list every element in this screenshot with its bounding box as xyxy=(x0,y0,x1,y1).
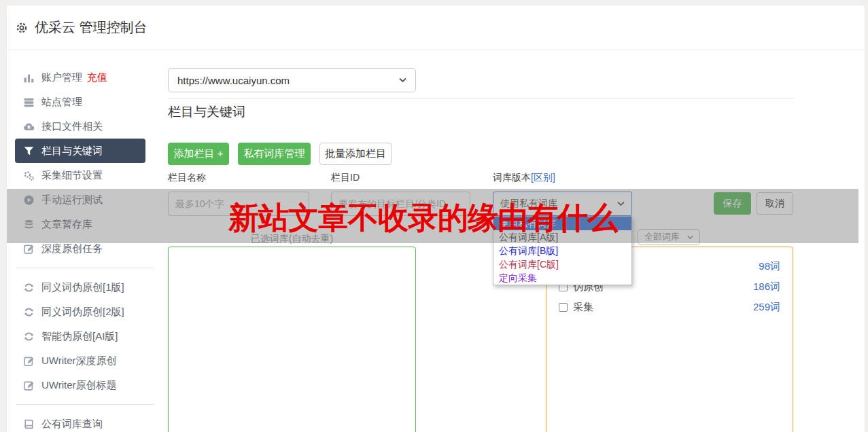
sidebar-item[interactable]: 同义词伪原创[2版] xyxy=(15,300,145,324)
app-title: 优采云 管理控制台 xyxy=(35,18,147,37)
lexicon-version-label-text: 词库版本 xyxy=(493,172,531,183)
edit-icon xyxy=(23,355,35,367)
chevron-down-icon xyxy=(687,235,693,240)
sidebar-item[interactable]: 公有词库查询 xyxy=(15,412,145,432)
lexicon-version-label: 词库版本[区别] xyxy=(493,172,555,184)
app-panel: 优采云 管理控制台 账户管理充值站点管理接口文件相关栏目与关键词采集细节设置手动… xyxy=(7,5,865,432)
sidebar-item-label: 同义词伪原创[2版] xyxy=(41,306,124,319)
lexicon-version-select[interactable]: 使用私有词库 xyxy=(493,192,632,216)
lexicon-checkbox[interactable] xyxy=(559,303,568,312)
lexicon-count: 259词 xyxy=(753,301,780,314)
edit-icon xyxy=(23,243,35,255)
lexicon-filter-value: 全部词库 xyxy=(644,231,680,243)
chevron-down-icon xyxy=(617,201,625,206)
lexicon-count: 186词 xyxy=(753,281,780,293)
sidebar-item[interactable]: UWriter深度原创 xyxy=(15,348,145,373)
sidebar-item[interactable]: 文章暂存库 xyxy=(15,212,145,236)
divider xyxy=(168,98,794,98)
sidebar-item-label: 手动运行测试 xyxy=(41,194,103,206)
sidebar-item[interactable]: 账户管理充值 xyxy=(15,65,145,90)
batch-add-column-button[interactable]: 批量添加栏目 xyxy=(319,143,392,165)
private-lexicon-button[interactable]: 私有词库管理 xyxy=(238,143,311,165)
lexicon-label: 采集 xyxy=(573,301,593,314)
sidebar-item[interactable]: 手动运行测试 xyxy=(15,187,145,212)
lexicon-filter-select[interactable]: 全部词库 xyxy=(638,229,700,245)
sidebar-item-label: 智能伪原创[AI版] xyxy=(41,330,118,343)
lexicon-version-value: 使用私有词库 xyxy=(500,198,557,210)
refresh-icon xyxy=(23,331,35,342)
sidebar-item[interactable]: 同义词伪原创[1版] xyxy=(15,275,145,300)
book-icon xyxy=(23,418,35,430)
page: 优采云 管理控制台 账户管理充值站点管理接口文件相关栏目与关键词采集细节设置手动… xyxy=(0,0,868,432)
gears-icon xyxy=(23,170,35,181)
column-name-input[interactable] xyxy=(168,192,309,216)
selected-lexicon-box[interactable] xyxy=(168,247,416,432)
dropdown-option[interactable]: 公有词库[A版] xyxy=(493,230,631,244)
edit-icon xyxy=(23,380,35,391)
lexicon-row-left[interactable]: 采集 xyxy=(559,301,593,314)
site-select[interactable]: https://www.ucaiyun.com xyxy=(168,68,416,92)
sidebar: 账户管理充值站点管理接口文件相关栏目与关键词采集细节设置手动运行测试文章暂存库深… xyxy=(7,50,168,432)
sidebar-item-label: 公有词库查询 xyxy=(41,418,103,431)
sidebar-item-label: 接口文件相关 xyxy=(41,120,103,133)
sidebar-divider xyxy=(16,268,154,268)
gear-icon xyxy=(15,21,29,35)
dropdown-option[interactable]: 公有词库[C版] xyxy=(493,257,631,271)
sidebar-item-label: 站点管理 xyxy=(41,96,82,109)
dropdown-option[interactable]: 公有词库[B版] xyxy=(493,244,631,257)
lexicon-row: 采集259词 xyxy=(546,297,793,317)
sidebar-item[interactable]: 深度原创任务 xyxy=(15,236,145,261)
app-header: 优采云 管理控制台 xyxy=(7,5,865,50)
sidebar-item[interactable]: 采集细节设置 xyxy=(15,163,145,187)
sidebar-item[interactable]: 智能伪原创[AI版] xyxy=(15,324,145,348)
chevron-down-icon xyxy=(399,77,406,83)
lexicon-version-dropdown: 使用私有词库公有词库[A版]公有词库[B版]公有词库[C版]定向采集 xyxy=(493,216,632,285)
database-icon xyxy=(23,219,35,230)
sidebar-item[interactable]: 接口文件相关 xyxy=(15,114,145,139)
sidebar-item-label: 采集细节设置 xyxy=(41,169,103,182)
selected-lexicon-header: 已选词库(自动去重) xyxy=(168,233,416,245)
chart-bars-icon xyxy=(23,72,35,84)
sidebar-item[interactable]: UWriter原创标题 xyxy=(15,373,145,397)
sidebar-divider xyxy=(16,404,154,405)
sidebar-item-label: UWriter深度原创 xyxy=(41,355,117,367)
refresh-icon xyxy=(23,282,35,293)
save-button[interactable]: 保存 xyxy=(714,192,751,215)
refresh-icon xyxy=(23,306,35,318)
cancel-button[interactable]: 取消 xyxy=(757,192,793,215)
sidebar-item-label: 栏目与关键词 xyxy=(41,145,103,158)
sidebar-item-label: 账户管理 xyxy=(41,71,82,84)
lexicon-version-diff-link[interactable]: [区别] xyxy=(531,172,555,183)
server-icon xyxy=(23,96,35,108)
add-column-button[interactable]: 添加栏目 + xyxy=(168,143,229,165)
column-name-label: 栏目名称 xyxy=(168,172,206,184)
site-select-value: https://www.ucaiyun.com xyxy=(177,75,290,86)
sidebar-item-label: 文章暂存库 xyxy=(41,218,92,231)
sidebar-item-label: 同义词伪原创[1版] xyxy=(41,281,124,294)
dropdown-option[interactable]: 定向采集 xyxy=(493,271,631,285)
lexicon-count: 98词 xyxy=(759,260,780,273)
play-circle-icon xyxy=(23,194,35,206)
funnel-icon xyxy=(23,145,35,157)
cloud-upload-icon xyxy=(23,121,35,132)
dropdown-option[interactable]: 使用私有词库 xyxy=(493,217,631,230)
column-id-input[interactable] xyxy=(331,192,470,216)
sidebar-item[interactable]: 站点管理 xyxy=(15,90,145,114)
sidebar-item-label: 深度原创任务 xyxy=(41,242,103,255)
column-id-label: 栏目ID xyxy=(331,172,360,184)
sidebar-item-label: UWriter原创标题 xyxy=(41,379,117,392)
page-title: 栏目与关键词 xyxy=(168,103,245,121)
main-content: https://www.ucaiyun.com 栏目与关键词 添加栏目 + 私有… xyxy=(168,50,865,432)
recharge-badge[interactable]: 充值 xyxy=(87,71,107,84)
sidebar-item[interactable]: 栏目与关键词 xyxy=(15,139,145,163)
